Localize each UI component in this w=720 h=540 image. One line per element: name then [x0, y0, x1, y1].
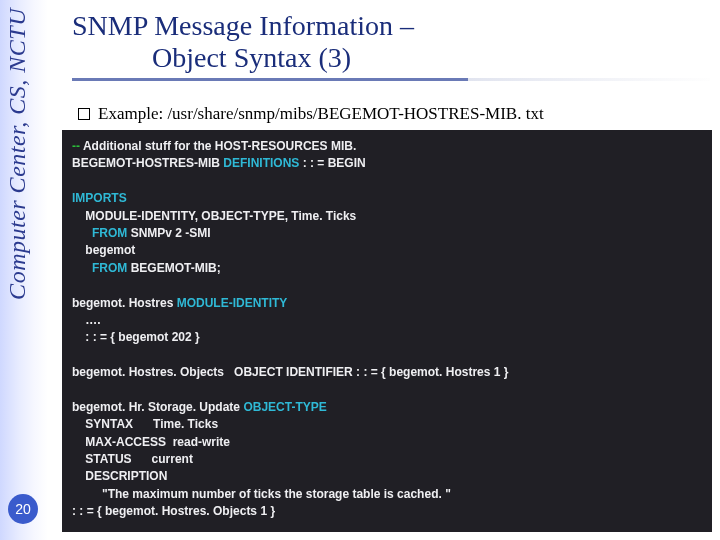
code-l12a: begemot. Hr. Storage. Update	[72, 400, 243, 414]
code-l16: DESCRIPTION	[72, 469, 167, 483]
bullet-square-icon	[78, 108, 90, 120]
code-l09: ….	[72, 313, 104, 327]
code-l08b: MODULE-IDENTITY	[177, 296, 288, 310]
example-text: Example: /usr/share/snmp/mibs/BEGEMOT-HO…	[98, 104, 544, 123]
code-l13: SYNTAX Time. Ticks	[72, 417, 218, 431]
title-line2: Object Syntax (3)	[152, 42, 351, 73]
code-l11: begemot. Hostres. Objects OBJECT IDENTIF…	[72, 365, 508, 379]
code-l07a: FROM	[72, 261, 131, 275]
sidebar-org-text: Computer Center, CS, NCTU	[4, 8, 31, 300]
code-l05a: FROM	[72, 226, 131, 240]
code-l02c: : : = BEGIN	[303, 156, 366, 170]
code-l12b: OBJECT-TYPE	[243, 400, 326, 414]
code-l05b: SNMPv 2 -SMI	[131, 226, 211, 240]
code-l02a: BEGEMOT-HOSTRES-MIB	[72, 156, 223, 170]
slide-title: SNMP Message Information – Object Syntax…	[72, 10, 710, 81]
code-l07b: BEGEMOT-MIB;	[131, 261, 221, 275]
title-line1: SNMP Message Information	[72, 10, 400, 41]
code-l15: STATUS current	[72, 452, 193, 466]
example-bullet: Example: /usr/share/snmp/mibs/BEGEMOT-HO…	[78, 104, 544, 124]
title-dash: –	[400, 10, 414, 41]
code-imports: IMPORTS	[72, 191, 127, 205]
code-l02b: DEFINITIONS	[223, 156, 302, 170]
code-l10: : : = { begemot 202 }	[72, 330, 200, 344]
code-l06: begemot	[72, 243, 135, 257]
code-l14: MAX-ACCESS read-write	[72, 435, 230, 449]
code-l08a: begemot. Hostres	[72, 296, 177, 310]
code-l18: : : = { begemot. Hostres. Objects 1 }	[72, 504, 275, 518]
code-l17: "The maximum number of ticks the storage…	[72, 487, 451, 501]
code-l04: MODULE-IDENTITY, OBJECT-TYPE, Time. Tick…	[72, 209, 356, 223]
title-underline	[72, 78, 710, 81]
page-number-badge: 20	[8, 494, 38, 524]
code-comment-text: Additional stuff for the HOST-RESOURCES …	[83, 139, 356, 153]
code-block: -- Additional stuff for the HOST-RESOURC…	[62, 130, 712, 532]
code-comment-dashdash: --	[72, 139, 83, 153]
